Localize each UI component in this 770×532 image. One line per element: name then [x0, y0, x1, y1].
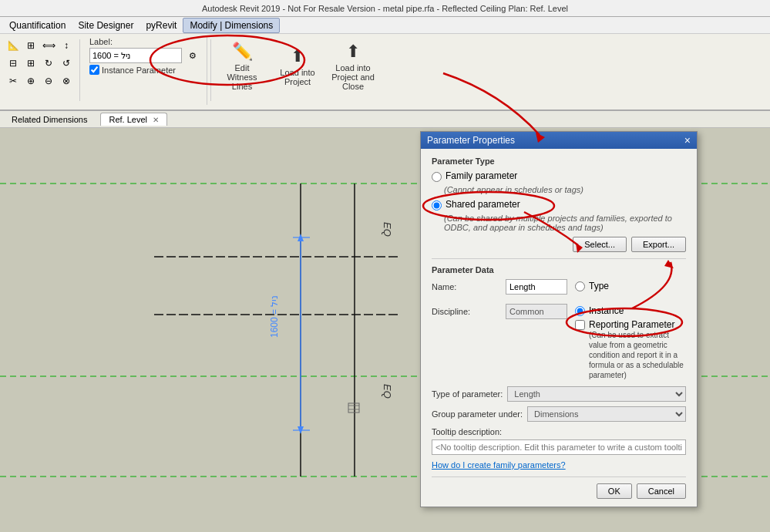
family-param-desc: (Cannot appear in schedules or tags): [444, 185, 686, 194]
tab-close-btn[interactable]: ✕: [153, 116, 159, 124]
ribbon-label-row: Label:: [89, 37, 113, 46]
ribbon-left-icons: 📐 ⊞ ⟺ ↕ ⊟ ⊞ ↻ ↺ ✂ ⊕ ⊖ ⊗: [3, 35, 76, 91]
ribbon: 📐 ⊞ ⟺ ↕ ⊟ ⊞ ↻ ↺ ✂ ⊕ ⊖ ⊗ Label: ⚙ I: [0, 34, 770, 111]
shared-param-radio[interactable]: [432, 200, 442, 210]
instance-col: Instance Reporting Parameter (Can be use…: [575, 304, 686, 382]
dialog-title: Parameter Properties: [427, 135, 515, 146]
title-text: Autodesk Revit 2019 - Not For Resale Ver…: [202, 4, 568, 13]
discipline-instance-row: Discipline: Instance Reporting Parameter…: [432, 304, 686, 382]
tooltip-input[interactable]: [432, 439, 686, 455]
menu-quantification[interactable]: Quantification: [3, 19, 72, 32]
ribbon-icon-r4[interactable]: ↺: [58, 55, 75, 72]
title-bar: Autodesk Revit 2019 - Not For Resale Ver…: [0, 0, 770, 17]
svg-text:1600 = ניל: 1600 = ניל: [269, 295, 280, 338]
select-btn[interactable]: Select...: [573, 237, 627, 252]
ribbon-icon-dim2[interactable]: ↕: [58, 37, 75, 54]
discipline-col: Discipline:: [432, 304, 567, 382]
discipline-input: [506, 304, 567, 319]
dialog-titlebar: Parameter Properties ×: [421, 132, 697, 149]
family-param-radio[interactable]: [432, 172, 442, 182]
reporting-param-label: Reporting Parameter: [589, 319, 674, 330]
ribbon-icon-measure[interactable]: 📐: [5, 37, 22, 54]
menu-site-designer[interactable]: Site Designer: [72, 19, 140, 32]
shared-param-row: Shared parameter: [432, 199, 686, 210]
section-divider: [432, 258, 686, 259]
ribbon-icon-row-3: ✂ ⊕ ⊖ ⊗: [5, 72, 75, 89]
ribbon-input-row: ⚙: [89, 48, 200, 63]
instance-param-label: Instance Parameter: [102, 66, 176, 75]
svg-text:EQ: EQ: [382, 384, 393, 399]
load-into-project-label: Load into Project: [274, 68, 321, 86]
export-btn[interactable]: Export...: [631, 237, 686, 252]
ribbon-icon-r3[interactable]: ↻: [40, 55, 57, 72]
menu-pyrevit[interactable]: pyRevit: [140, 19, 183, 32]
tooltip-row: Tooltip description:: [432, 426, 686, 455]
tooltip-label: Tooltip description:: [432, 427, 502, 436]
family-params-link[interactable]: How do I create family parameters?: [432, 460, 566, 470]
label-input[interactable]: [89, 48, 182, 63]
instance-label: Instance: [589, 305, 624, 316]
ok-btn[interactable]: OK: [597, 483, 632, 499]
shared-param-label: Shared parameter: [446, 199, 520, 210]
group-param-select[interactable]: Dimensions: [527, 406, 686, 422]
ribbon-divider-2: [210, 39, 211, 101]
type-of-param-select[interactable]: Length: [507, 386, 686, 402]
ribbon-icon-s4[interactable]: ⊗: [58, 72, 75, 89]
menu-modify-dimensions[interactable]: Modify | Dimensions: [183, 18, 280, 33]
reporting-param-row: Reporting Parameter (Can be used to extr…: [575, 319, 686, 380]
load-into-close-icon: ⬆: [346, 42, 360, 62]
label-settings-btn[interactable]: ⚙: [185, 48, 200, 63]
ribbon-icon-r1[interactable]: ⊟: [5, 55, 22, 72]
ribbon-icon-dim[interactable]: ⟺: [40, 37, 57, 54]
label-field-label: Label:: [89, 37, 113, 46]
reporting-param-desc: (Can be used to extract value from a geo…: [589, 330, 686, 380]
name-input[interactable]: [506, 279, 567, 295]
cancel-btn[interactable]: Cancel: [637, 483, 686, 499]
ribbon-icon-row-2: ⊟ ⊞ ↻ ↺: [5, 55, 75, 72]
type-radio[interactable]: [575, 281, 585, 291]
ribbon-checkbox-row: Instance Parameter: [89, 65, 176, 75]
dialog-close-btn[interactable]: ×: [684, 135, 691, 146]
dialog-body: Parameter Type Family parameter (Cannot …: [421, 149, 697, 507]
family-param-row: Family parameter: [432, 170, 686, 182]
parameter-properties-dialog: Parameter Properties × Parameter Type Fa…: [420, 131, 698, 507]
link-row: How do I create family parameters?: [432, 460, 686, 470]
edit-witness-icon: ✏️: [232, 42, 253, 62]
ribbon-divider-1: [79, 39, 80, 101]
ribbon-icon-row-1: 📐 ⊞ ⟺ ↕: [5, 37, 75, 54]
family-param-label: Family parameter: [446, 170, 517, 181]
load-into-project-icon: ⬆: [291, 46, 304, 66]
ribbon-icon-align[interactable]: ⊞: [22, 37, 39, 54]
instance-radio[interactable]: [575, 306, 585, 316]
tab-ref-level[interactable]: Ref. Level ✕: [100, 113, 167, 126]
ribbon-label-group: Label: ⚙ Instance Parameter: [83, 35, 207, 105]
reporting-param-checkbox[interactable]: [575, 320, 585, 330]
ribbon-icon-s1[interactable]: ✂: [5, 72, 22, 89]
group-param-row: Group parameter under: Dimensions: [432, 406, 686, 422]
load-into-close-btn[interactable]: ⬆ Load into Project and Close: [325, 35, 381, 97]
name-field-row: Name:: [432, 279, 567, 295]
ribbon-icon-s3[interactable]: ⊖: [40, 72, 57, 89]
tab-bar: Related Dimensions Ref. Level ✕: [0, 111, 770, 128]
svg-text:EQ: EQ: [382, 222, 393, 237]
edit-witness-label: Edit Witness Lines: [219, 63, 265, 91]
ribbon-icon-r2[interactable]: ⊞: [22, 55, 39, 72]
menu-bar: Quantification Site Designer pyRevit Mod…: [0, 17, 770, 34]
type-of-param-label: Type of parameter:: [432, 389, 503, 399]
instance-param-checkbox[interactable]: [89, 65, 99, 75]
discipline-field-row: Discipline:: [432, 304, 567, 319]
load-into-project-btn[interactable]: ⬆ Load into Project: [270, 35, 325, 97]
load-into-close-label: Load into Project and Close: [330, 63, 376, 91]
type-label: Type: [589, 281, 609, 291]
ribbon-icon-s2[interactable]: ⊕: [22, 72, 39, 89]
ok-cancel-row: OK Cancel: [432, 483, 686, 499]
tab-ref-level-label: Ref. Level: [109, 115, 147, 124]
group-param-label: Group parameter under:: [432, 409, 523, 419]
tab-related-dimensions[interactable]: Related Dimensions: [3, 113, 96, 126]
name-label: Name:: [432, 282, 501, 291]
edit-witness-btn[interactable]: ✏️ Edit Witness Lines: [214, 35, 270, 97]
param-data-section-label: Parameter Data: [432, 265, 686, 274]
shared-param-desc: (Can be shared by multiple projects and …: [444, 214, 686, 232]
tab-related-dimensions-label: Related Dimensions: [12, 115, 87, 124]
parameter-type-section-label: Parameter Type: [432, 157, 686, 166]
